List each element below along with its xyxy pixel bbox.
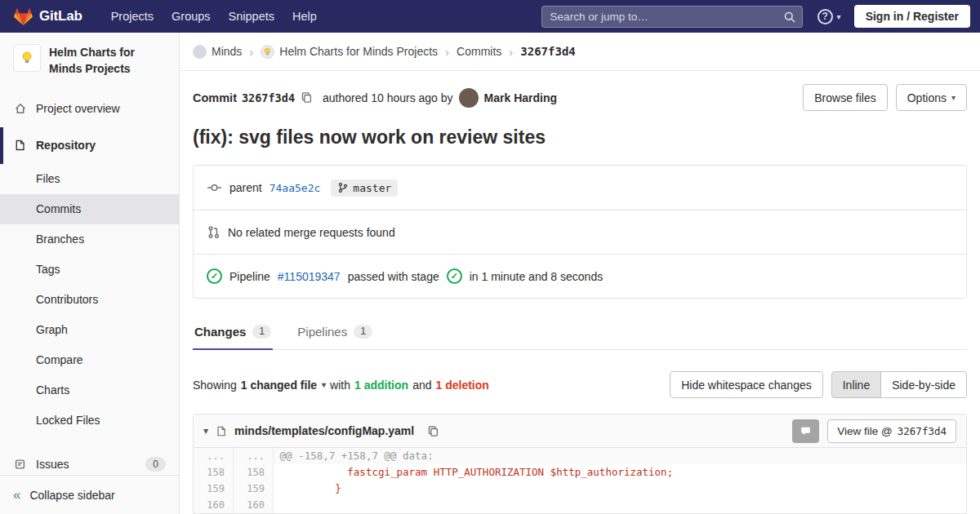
help-dropdown[interactable]: ? ▾ [817,9,841,24]
commit-tabs: Changes 1 Pipelines 1 [193,314,967,350]
sidebar-item-locked-files[interactable]: Locked Files [0,405,179,436]
view-file-button[interactable]: View file @ 3267f3d4 [827,419,956,443]
author-name[interactable]: Mark Harding [484,91,557,104]
project-context-header[interactable]: Helm Charts for Minds Projects [0,33,179,91]
branch-icon [337,182,349,193]
sidebar-item-compare[interactable]: Compare [0,345,179,375]
sidebar-item-project-overview[interactable]: Project overview [0,91,179,127]
new-line-number[interactable]: 159 [234,481,274,497]
browse-files-button[interactable]: Browse files [803,84,887,111]
sidebar-item-label: Project overview [36,102,120,115]
pipeline-label: Pipeline [229,270,270,283]
diff-code-row: 160 160 [194,497,966,513]
old-line-number[interactable]: 158 [194,464,234,481]
file-icon [216,425,227,437]
author-avatar[interactable] [459,88,479,108]
nav-snippets[interactable]: Snippets [220,0,283,33]
parent-label: parent [229,181,262,194]
breadcrumb: Minds › Helm Charts for Minds Projects ›… [180,33,980,71]
search-icon [783,11,796,24]
commit-info-box: parent 74aa5e2c master No re [193,165,967,299]
new-line-number[interactable]: 158 [234,464,274,481]
chevron-down-icon: ▾ [837,12,841,21]
old-line-number: ... [194,448,234,464]
nav-help[interactable]: Help [283,0,326,33]
question-icon: ? [817,9,833,24]
sidebar-item-commits[interactable]: Commits [0,194,179,224]
commit-sha: 3267f3d4 [242,91,295,104]
diff-file-box: ▾ minds/templates/configMap.yaml [193,414,967,514]
new-line-number[interactable]: 160 [234,497,274,513]
project-title: Helm Charts for Minds Projects [49,44,166,78]
options-dropdown-button[interactable]: Options ▾ [896,84,967,111]
breadcrumb-separator: › [249,45,253,59]
breadcrumb-group[interactable]: Minds [193,45,242,59]
home-icon [13,102,27,115]
comment-bubble-icon [800,425,812,436]
top-navbar: GitLab Projects Groups Snippets Help ? ▾… [0,0,980,33]
old-line-number[interactable]: 159 [194,481,234,497]
diff-file-header: ▾ minds/templates/configMap.yaml [194,414,966,448]
nav-groups[interactable]: Groups [163,0,220,33]
sidebar-item-tags[interactable]: Tags [0,255,179,285]
diff-code-row: 159 159 } [194,481,966,497]
hunk-header-text: @@ -158,7 +158,7 @@ data: [274,448,966,464]
nav-projects[interactable]: Projects [102,0,163,33]
issues-count-badge: 0 [145,457,166,472]
pipeline-id-link[interactable]: #115019347 [278,270,341,283]
deletions-count: 1 deletion [435,379,488,392]
changed-files-dropdown[interactable]: 1 changed file ▾ [241,379,326,392]
collapse-sidebar-button[interactable]: « Collapse sidebar [0,475,179,514]
stage-passed-icon: ✓ [447,268,462,284]
branch-badge[interactable]: master [331,179,398,197]
copy-icon [301,91,313,104]
sidebar-item-contributors[interactable]: Contributors [0,285,179,315]
gitlab-logo[interactable]: GitLab [10,7,89,27]
issues-icon [13,458,27,471]
diff-table: ... ... @@ -158,7 +158,7 @@ data: 158 15… [194,448,966,513]
toggle-comments-button[interactable] [792,419,819,443]
sidebar-item-files[interactable]: Files [0,164,179,194]
sidebar-item-charts[interactable]: Charts [0,375,179,405]
merge-requests-row: No related merge requests found [194,210,966,254]
breadcrumb-project[interactable]: Helm Charts for Minds Projects [261,45,438,59]
sidebar-item-repository[interactable]: Repository [0,127,179,164]
tab-changes[interactable]: Changes 1 [193,314,273,349]
code-line: } [274,481,966,497]
additions-count: 1 addition [354,379,408,392]
pipelines-count-badge: 1 [354,325,372,339]
breadcrumb-commits[interactable]: Commits [457,45,501,58]
parent-sha-link[interactable]: 74aa5e2c [270,182,321,194]
copy-path-button[interactable] [425,423,441,439]
inline-view-button[interactable]: Inline [831,371,881,398]
diff-summary-row: Showing 1 changed file ▾ with 1 addition… [193,371,967,398]
and-label: and [412,379,431,392]
commit-label: Commit [193,91,237,104]
sidebar-item-branches[interactable]: Branches [0,224,179,255]
chevron-down-icon: ▾ [951,93,956,102]
diff-filename[interactable]: minds/templates/configMap.yaml [234,424,414,437]
diff-code-row: 158 158 fastcgi_param HTTP_AUTHORIZATION… [194,464,966,481]
sidebar-item-graph[interactable]: Graph [0,315,179,345]
side-by-side-view-button[interactable]: Side-by-side [880,371,967,398]
collapse-diff-icon[interactable]: ▾ [203,425,208,436]
lightbulb-icon [20,51,34,65]
diff-hunk-row: ... ... @@ -158,7 +158,7 @@ data: [194,448,966,464]
primary-nav: Projects Groups Snippets Help [102,0,326,33]
commit-meta: authored 10 hours ago by Mark Harding [323,88,557,108]
sign-in-button[interactable]: Sign in / Register [854,5,970,28]
hide-whitespace-button[interactable]: Hide whitespace changes [670,371,823,398]
changes-count-badge: 1 [252,325,271,339]
with-label: with [330,379,350,392]
search-input[interactable] [542,7,802,27]
old-line-number[interactable]: 160 [194,497,234,513]
gitlab-tanuki-icon [13,7,33,27]
copy-sha-button[interactable] [299,90,314,105]
copy-icon [427,425,439,437]
repository-icon [13,139,27,152]
project-avatar-small [261,45,274,59]
project-avatar [13,44,41,72]
commit-header-row: Commit 3267f3d4 authored 10 hours ago by… [193,84,967,111]
tab-pipelines[interactable]: Pipelines 1 [296,314,374,349]
group-avatar [193,45,207,59]
